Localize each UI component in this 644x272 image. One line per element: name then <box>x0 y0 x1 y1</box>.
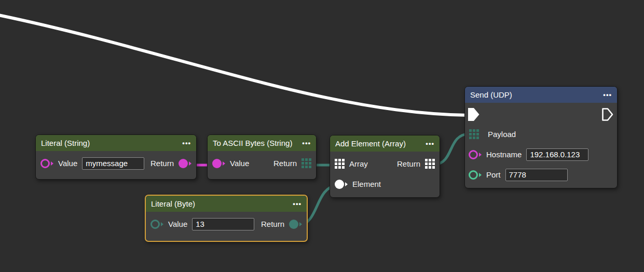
array-input-port-grid-icon[interactable] <box>335 159 345 169</box>
port-arrow-icon <box>479 153 482 157</box>
node-title: To ASCII Bytes (String) <box>213 139 292 147</box>
return-array-port-grid-icon[interactable] <box>425 159 435 169</box>
node-menu-button[interactable]: ••• <box>293 200 302 207</box>
ring-port-icon <box>40 159 50 168</box>
node-menu-button[interactable]: ••• <box>302 140 311 146</box>
node-send-udp-header[interactable]: Send (UDP) ••• <box>465 87 617 103</box>
return-label: Return <box>150 159 174 168</box>
node-menu-button[interactable]: ••• <box>603 91 612 98</box>
node-title: Literal (Byte) <box>151 199 195 208</box>
value-input-port[interactable] <box>212 159 225 168</box>
port-arrow-icon <box>161 222 163 226</box>
node-title: Literal (String) <box>41 139 90 147</box>
array-label: Array <box>349 159 368 168</box>
ring-port-icon <box>469 170 478 180</box>
return-output-port[interactable] <box>179 159 191 168</box>
element-input-port[interactable] <box>335 180 348 189</box>
port-arrow-icon <box>189 161 191 166</box>
node-graph-canvas[interactable]: Literal (String) ••• Value Return <box>0 0 644 272</box>
node-literal-string[interactable]: Literal (String) ••• Value Return <box>35 134 197 180</box>
node-literal-byte-header[interactable]: Literal (Byte) ••• <box>146 196 307 212</box>
value-label: Value <box>58 159 77 168</box>
port-arrow-icon <box>223 161 225 166</box>
port-arrow-icon <box>299 222 302 226</box>
exec-input-port-icon[interactable] <box>468 107 480 121</box>
return-array-port-grid-icon[interactable] <box>302 158 311 168</box>
exec-output-port-icon[interactable] <box>601 107 614 121</box>
ring-port-icon <box>150 220 160 229</box>
hostname-input-port[interactable] <box>469 150 482 159</box>
value-input-port[interactable] <box>150 220 163 229</box>
node-to-ascii-bytes-header[interactable]: To ASCII Bytes (String) ••• <box>208 135 316 151</box>
node-menu-button[interactable]: ••• <box>426 140 434 147</box>
port-arrow-icon <box>345 182 348 186</box>
port-field[interactable] <box>505 169 568 181</box>
value-field[interactable] <box>192 218 254 230</box>
node-send-udp[interactable]: Send (UDP) ••• Payload <box>464 86 618 188</box>
return-label: Return <box>273 159 297 168</box>
payload-input-port-grid-icon[interactable] <box>469 129 479 139</box>
payload-label: Payload <box>488 130 516 139</box>
port-label: Port <box>486 170 501 179</box>
hostname-field[interactable] <box>526 148 588 161</box>
node-menu-button[interactable]: ••• <box>182 140 191 146</box>
port-arrow-icon <box>51 161 53 166</box>
hostname-label: Hostname <box>486 150 522 159</box>
node-add-element-header[interactable]: Add Element (Array) ••• <box>330 135 440 152</box>
node-to-ascii-bytes[interactable]: To ASCII Bytes (String) ••• Value Return <box>207 134 317 180</box>
dot-port-icon <box>212 159 222 168</box>
element-label: Element <box>352 180 381 188</box>
wire-exec-to-send-udp[interactable] <box>0 15 469 115</box>
port-arrow-icon <box>479 173 482 177</box>
node-literal-byte[interactable]: Literal (Byte) ••• Value Return <box>145 195 308 242</box>
dot-port-icon <box>335 180 344 189</box>
return-label: Return <box>397 159 420 168</box>
value-input-port[interactable] <box>40 159 53 168</box>
node-title: Send (UDP) <box>470 90 512 99</box>
value-label: Value <box>168 220 187 228</box>
ring-port-icon <box>469 150 478 159</box>
node-title: Add Element (Array) <box>335 139 406 148</box>
return-output-port[interactable] <box>289 220 302 229</box>
node-literal-string-header[interactable]: Literal (String) ••• <box>36 135 196 151</box>
return-label: Return <box>261 220 284 228</box>
value-field[interactable] <box>82 157 144 170</box>
value-label: Value <box>230 159 249 168</box>
dot-port-icon <box>179 159 188 168</box>
port-input-port[interactable] <box>469 170 482 180</box>
node-add-element[interactable]: Add Element (Array) ••• Array Return Ele… <box>330 135 440 198</box>
dot-port-icon <box>289 220 298 229</box>
